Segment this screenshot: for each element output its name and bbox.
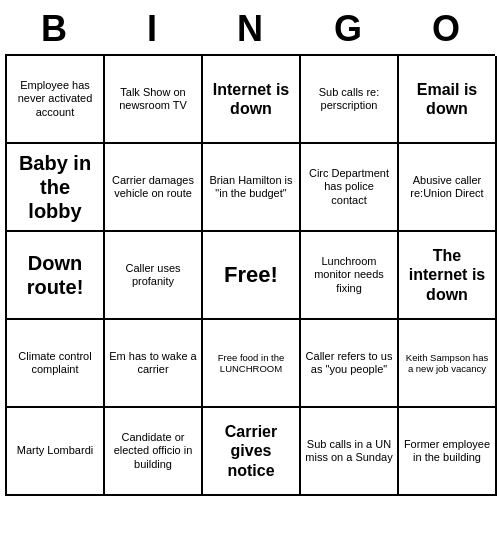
bingo-cell-24[interactable]: Former employee in the building	[399, 408, 497, 496]
bingo-cell-19[interactable]: Keith Sampson has a new job vacancy	[399, 320, 497, 408]
bingo-cell-13[interactable]: Lunchroom monitor needs fixing	[301, 232, 399, 320]
bingo-cell-18[interactable]: Caller refers to us as "you people"	[301, 320, 399, 408]
bingo-cell-14[interactable]: The internet is down	[399, 232, 497, 320]
bingo-cell-8[interactable]: Circ Department has police contact	[301, 144, 399, 232]
bingo-cell-20[interactable]: Marty Lombardi	[7, 408, 105, 496]
bingo-grid: Employee has never activated accountTalk…	[5, 54, 495, 496]
bingo-cell-17[interactable]: Free food in the LUNCHROOM	[203, 320, 301, 408]
bingo-cell-21[interactable]: Candidate or elected officio in building	[105, 408, 203, 496]
bingo-cell-12[interactable]: Free!	[203, 232, 301, 320]
bingo-cell-4[interactable]: Email is down	[399, 56, 497, 144]
bingo-cell-6[interactable]: Carrier damages vehicle on route	[105, 144, 203, 232]
letter-n: N	[205, 8, 295, 50]
bingo-cell-1[interactable]: Talk Show on newsroom TV	[105, 56, 203, 144]
bingo-cell-23[interactable]: Sub calls in a UN miss on a Sunday	[301, 408, 399, 496]
bingo-cell-2[interactable]: Internet is down	[203, 56, 301, 144]
letter-g: G	[303, 8, 393, 50]
bingo-title: B I N G O	[5, 0, 495, 54]
bingo-cell-15[interactable]: Climate control complaint	[7, 320, 105, 408]
bingo-cell-9[interactable]: Abusive caller re:Union Direct	[399, 144, 497, 232]
letter-o: O	[401, 8, 491, 50]
bingo-cell-16[interactable]: Em has to wake a carrier	[105, 320, 203, 408]
bingo-cell-5[interactable]: Baby in the lobby	[7, 144, 105, 232]
letter-i: I	[107, 8, 197, 50]
letter-b: B	[9, 8, 99, 50]
bingo-cell-11[interactable]: Caller uses profanity	[105, 232, 203, 320]
bingo-cell-7[interactable]: Brian Hamilton is "in the budget"	[203, 144, 301, 232]
bingo-cell-22[interactable]: Carrier gives notice	[203, 408, 301, 496]
bingo-cell-0[interactable]: Employee has never activated account	[7, 56, 105, 144]
bingo-cell-10[interactable]: Down route!	[7, 232, 105, 320]
bingo-cell-3[interactable]: Sub calls re: perscription	[301, 56, 399, 144]
